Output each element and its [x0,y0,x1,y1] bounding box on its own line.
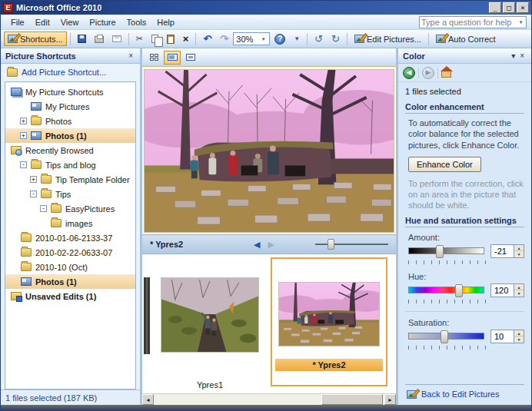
enhance-color-button[interactable]: Enhance Color [408,157,481,172]
preview-photo[interactable] [144,69,394,233]
previous-picture-icon[interactable]: ◀ [250,240,264,249]
rotate-right-button[interactable]: ↻ [328,31,344,46]
toolbar-overflow[interactable]: ▼ [290,31,304,46]
forward-icon[interactable]: ▶ [422,67,434,79]
spin-down-icon[interactable]: ▼ [514,336,524,343]
saturation-value[interactable]: 10 [490,330,514,343]
tree-item-tip-template-folder[interactable]: + Tip Template Folder [5,172,135,187]
tree-item-photos-1-bottom[interactable]: Photos (1) [5,274,135,289]
rotate-left-button[interactable]: ↺ [311,31,327,46]
help-button[interactable]: ? [271,31,289,46]
zoom-select[interactable]: 30% ▾ [233,32,270,45]
menu-help[interactable]: Help [151,16,180,28]
scrollbar-thumb[interactable] [321,394,383,405]
expander-icon[interactable]: - [40,205,47,212]
scrollbar-track[interactable] [154,394,384,405]
scroll-left-icon[interactable]: ◄ [142,394,154,405]
spin-down-icon[interactable]: ▼ [514,290,524,297]
delete-button[interactable]: × [179,31,193,46]
add-picture-shortcut-link[interactable]: Add Picture Shortcut... [1,64,140,80]
tree-item-2010-02-22[interactable]: 2010-02-22-0633-07 [5,245,135,260]
hue-slider-track[interactable] [408,287,484,293]
thumbnail-image[interactable] [278,282,380,346]
hue-spinbox[interactable]: 120 ▲▼ [490,283,524,297]
zoom-slider-thumb[interactable] [328,239,334,250]
question-input[interactable]: Type a question for help ▾ [419,16,527,28]
tree-item-my-pictures[interactable]: My Pictures [5,99,135,114]
tree-item-unsaved-edits[interactable]: Unsaved Edits (1) [5,289,135,303]
expander-icon[interactable]: + [20,132,27,139]
email-button[interactable] [108,31,125,46]
undo-button[interactable]: ↶ [199,31,215,46]
tree-item-recently-browsed[interactable]: Recently Browsed [5,143,135,157]
scroll-right-icon[interactable]: ► [384,394,396,405]
print-button[interactable] [91,31,108,46]
menu-view[interactable]: View [55,16,85,28]
back-to-edit-pictures-link[interactable]: Back to Edit Pictures [405,384,524,405]
expander-icon[interactable]: + [30,176,37,183]
tree-item-2010-01-06[interactable]: 2010-01-06-2133-37 [5,230,135,245]
auto-correct-button[interactable]: Auto Correct [432,31,500,46]
redo-button[interactable]: ↷ [216,31,232,46]
close-button[interactable]: × [517,2,529,13]
redo-icon: ↷ [220,34,228,44]
tree-item-photos[interactable]: + Photos [5,114,135,128]
spin-up-icon[interactable]: ▲ [514,284,524,291]
chevron-down-icon[interactable]: ▾ [260,36,267,42]
menu-tools[interactable]: Tools [121,16,152,28]
tree-item-images[interactable]: images [5,216,135,230]
single-view-button[interactable] [182,51,199,65]
section-divider [405,311,524,312]
thumbnail-ypres1[interactable]: Ypres1 [154,257,266,391]
thumbnail-ypres2-selected[interactable]: * Ypres2 [271,257,387,386]
expander-icon[interactable]: - [30,191,37,197]
amount-value[interactable]: -21 [490,244,514,258]
tree-item-photos-1[interactable]: + Photos (1) [5,128,135,143]
expander-icon[interactable]: - [20,161,27,168]
paste-button[interactable] [163,31,178,46]
thumbnail-view-button[interactable] [145,51,162,65]
preview-zoom-slider[interactable] [315,239,388,250]
slider-ticks [408,300,487,303]
cut-button[interactable]: ✂ [132,31,147,46]
home-icon[interactable] [441,71,451,78]
menu-file[interactable]: File [5,16,30,28]
tree-item-2010-10-oct[interactable]: 2010-10 (Oct) [5,260,135,274]
tree-item-label: Photos (1) [45,131,87,141]
tree-item-tips[interactable]: - Tips [5,187,135,201]
spin-up-icon[interactable]: ▲ [514,245,524,252]
zoom-slider-track[interactable] [315,244,388,245]
spin-down-icon[interactable]: ▼ [514,251,524,257]
menu-edit[interactable]: Edit [30,16,55,28]
tree-item-easypictures[interactable]: - EasyPictures [5,201,135,216]
shortcuts-button[interactable]: Shortcuts... [4,31,67,46]
hue-value[interactable]: 120 [490,283,514,297]
close-pane-icon[interactable]: × [126,52,135,60]
amount-spinbox[interactable]: -21 ▲▼ [490,244,524,258]
saturation-spinbox[interactable]: 10 ▲▼ [490,330,524,343]
spin-up-icon[interactable]: ▲ [514,330,524,337]
back-icon[interactable]: ◀ [403,67,415,79]
close-pane-icon[interactable]: × [517,52,527,60]
minimize-button[interactable]: _ [489,2,501,13]
saturation-slider-track[interactable] [408,333,484,340]
maximize-button[interactable]: □ [503,2,515,13]
edit-pictures-icon [354,35,364,43]
menu-picture[interactable]: Picture [84,16,121,28]
next-picture-icon[interactable]: ▶ [264,240,278,249]
expander-icon[interactable]: + [20,118,27,124]
thumbnail-image[interactable] [161,277,259,353]
tree-item-tips-and-blog[interactable]: - Tips and blog [5,157,135,172]
save-button[interactable] [74,31,90,46]
toolbar-separator [195,33,196,45]
amount-slider-track[interactable] [408,247,484,254]
saturation-slider-thumb[interactable] [441,330,448,343]
copy-button[interactable] [148,31,162,46]
chevron-down-icon[interactable]: ▾ [517,19,524,25]
amount-slider-thumb[interactable] [436,245,444,258]
tree-item-my-picture-shortcuts[interactable]: My Picture Shortcuts [5,85,135,99]
edit-pictures-button[interactable]: Edit Pictures... [351,31,425,46]
hue-slider-thumb[interactable] [455,284,463,297]
pane-dropdown-icon[interactable]: ▾ [509,52,517,60]
filmstrip-view-button[interactable] [164,51,181,65]
